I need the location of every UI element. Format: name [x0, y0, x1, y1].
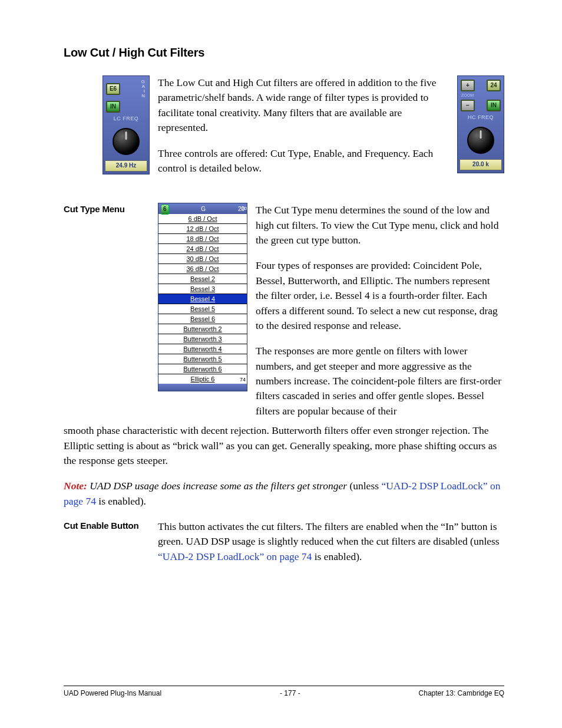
cut-menu-item[interactable]: Bessel 6 — [158, 314, 247, 324]
cut-menu-item[interactable]: 12 dB / Oct — [158, 224, 247, 234]
footer-center: - 177 - — [280, 689, 300, 699]
cutenable-title-col: Cut Enable Button — [64, 519, 150, 532]
cutenable-heading: Cut Enable Button — [64, 519, 150, 532]
cutenable-link[interactable]: “UAD-2 DSP LoadLock” on page 74 — [158, 551, 312, 562]
cutenable-p-a: This button activates the cut filters. T… — [158, 521, 500, 547]
cut-menu-item[interactable]: Butterworth 3 — [158, 334, 247, 344]
note-label: Note: — [64, 480, 87, 492]
cut-menu-item[interactable]: 18 dB / Oct — [158, 234, 247, 244]
cut-menu-item[interactable]: 6 dB / Oct — [158, 214, 247, 224]
cut-menu-item[interactable]: 36 dB / Oct — [158, 264, 247, 274]
cut-menu-item[interactable]: Butterworth 2 — [158, 324, 247, 334]
cuttype-p3b: smooth phase characteristic with decent … — [64, 423, 504, 468]
cut-menu-item[interactable]: Bessel 5 — [158, 304, 247, 314]
cut-menu-item[interactable]: Bessel 4 — [158, 294, 247, 304]
lc-freq-value: 24.9 Hz — [105, 160, 147, 172]
lc-freq-knob[interactable] — [113, 128, 140, 155]
lc-filter-panel: E6 G A I N IN LC FREQ 24.9 Hz — [103, 75, 150, 174]
zoom-label: ZOOM — [459, 93, 502, 98]
hc-filter-panel: + 24 ZOOM − IN HC FREQ 20.0 k — [457, 75, 504, 173]
cut-menu-item[interactable]: Butterworth 4 — [158, 344, 247, 354]
hc-freq-knob[interactable] — [467, 127, 494, 154]
cuttype-p1: The Cut Type menu determines the sound o… — [256, 203, 504, 248]
cutenable-p-b: is enabled). — [312, 551, 362, 562]
zoom-in-button[interactable]: + — [461, 80, 475, 91]
cuttype-p3a: The responses are more gentle on filters… — [256, 344, 504, 419]
gain-label: G A I N — [141, 80, 146, 98]
cuttype-title-col: Cut Type Menu — [64, 203, 150, 216]
cut-type-menu-image: 6 G 2020 6 dB / Oct12 dB / Oct18 dB / Oc… — [158, 203, 247, 391]
cutenable-row: Cut Enable Button This button activates … — [64, 519, 504, 564]
lc-freq-label: LC FREQ — [105, 115, 147, 123]
intro-row: E6 G A I N IN LC FREQ 24.9 Hz The Low Cu… — [64, 75, 504, 186]
note-text-a: UAD DSP usage does increase some as the … — [87, 480, 350, 492]
intro-left-col: E6 G A I N IN LC FREQ 24.9 Hz — [64, 75, 150, 174]
cut-menu-item[interactable]: Butterworth 6 — [158, 364, 247, 374]
hc-type-button[interactable]: 24 — [487, 80, 501, 91]
cuttype-row: Cut Type Menu 6 G 2020 6 dB / Oct12 dB /… — [64, 203, 504, 419]
footer-left: UAD Powered Plug-Ins Manual — [64, 689, 161, 699]
cuttype-heading: Cut Type Menu — [64, 203, 150, 216]
cuttype-p2: Four types of responses are provided: Co… — [256, 258, 504, 333]
cut-menu-item[interactable]: 24 dB / Oct — [158, 244, 247, 254]
cuttype-text: The Cut Type menu determines the sound o… — [256, 203, 504, 419]
cutenable-p: This button activates the cut filters. T… — [158, 519, 504, 564]
hc-freq-value: 20.0 k — [459, 159, 502, 170]
intro-p2: Three controls are offered: Cut Type, En… — [158, 146, 449, 176]
cut-menu-20: 2020 — [238, 205, 244, 214]
intro-p1: The Low Cut and High Cut filters are off… — [158, 75, 449, 136]
cut-menu-item[interactable]: Elliptic 6 — [158, 374, 247, 384]
hc-freq-label: HC FREQ — [459, 114, 502, 121]
cutenable-text: This button activates the cut filters. T… — [158, 519, 504, 564]
cut-type-button[interactable]: E6 — [106, 83, 120, 95]
zoom-out-button[interactable]: − — [461, 100, 475, 111]
cut-menu-item[interactable]: 30 dB / Oct — [158, 254, 247, 264]
cut-menu-g: G — [201, 205, 206, 214]
cut-menu-footer — [158, 384, 247, 391]
note-text-b: is enabled). — [96, 495, 146, 507]
cut-menu-list[interactable]: 6 dB / Oct12 dB / Oct18 dB / Oct24 dB / … — [158, 214, 247, 384]
note-unless: (unless — [349, 480, 381, 492]
cut-menu-item[interactable]: Bessel 3 — [158, 284, 247, 294]
cuttype-continued: smooth phase characteristic with decent … — [64, 423, 504, 509]
footer-right: Chapter 13: Cambridge EQ — [419, 689, 504, 699]
cut-menu-item[interactable]: Bessel 2 — [158, 274, 247, 284]
intro-text: The Low Cut and High Cut filters are off… — [158, 75, 449, 186]
section-heading: Low Cut / High Cut Filters — [64, 44, 504, 61]
lc-in-button[interactable]: IN — [106, 101, 120, 113]
cut-menu-header: 6 G 2020 — [158, 203, 247, 214]
page-footer: UAD Powered Plug-Ins Manual - 177 - Chap… — [64, 686, 504, 699]
cut-menu-item[interactable]: Butterworth 5 — [158, 354, 247, 364]
hc-in-button[interactable]: IN — [487, 100, 501, 111]
cuttype-note: Note: UAD DSP usage does increase some a… — [64, 479, 504, 509]
cut-menu-btn-6[interactable]: 6 — [161, 205, 169, 215]
